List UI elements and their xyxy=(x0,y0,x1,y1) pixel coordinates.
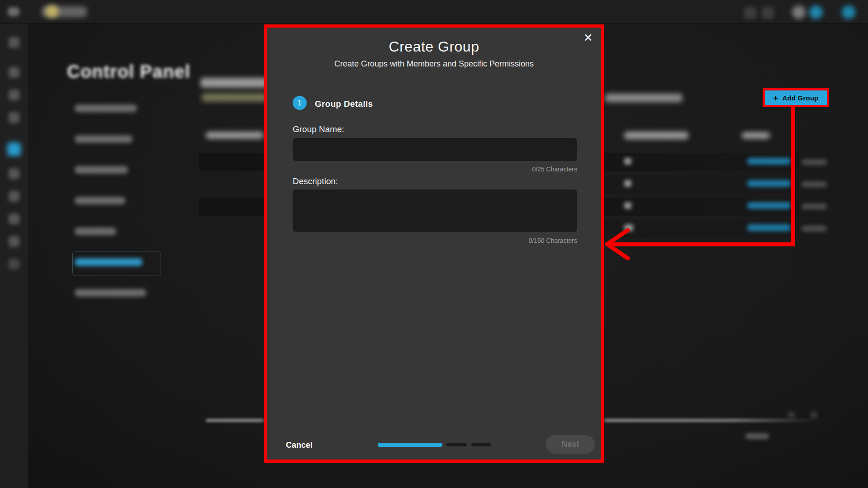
help-icon[interactable] xyxy=(792,5,806,19)
pagination-next-icon[interactable] xyxy=(811,412,817,418)
create-group-modal: ✕ Create Group Create Groups with Member… xyxy=(264,24,604,463)
table-secondary-action-blurred[interactable] xyxy=(802,204,827,209)
group-name-label: Group Name: xyxy=(293,124,344,134)
next-button[interactable]: Next xyxy=(546,435,595,454)
add-group-label: Add Group xyxy=(782,94,818,102)
user-avatar[interactable] xyxy=(842,5,855,19)
page-title: Control Panel xyxy=(67,62,190,82)
table-header-actions-blurred xyxy=(742,132,770,139)
group-name-input[interactable] xyxy=(293,138,577,161)
notifications-icon[interactable] xyxy=(809,5,823,19)
settings-menu-item-7[interactable] xyxy=(75,289,146,297)
table-secondary-action-blurred[interactable] xyxy=(802,181,827,187)
rail-icon-2[interactable] xyxy=(9,67,19,78)
member-count-value-blurred xyxy=(624,224,633,231)
step-number: 1 xyxy=(298,99,302,107)
progress-step-1-active xyxy=(378,443,442,447)
rail-icon-9[interactable] xyxy=(9,236,19,247)
table-action-link-blurred[interactable] xyxy=(747,180,791,187)
member-count-value-blurred xyxy=(624,158,631,165)
topbar-icon-2[interactable] xyxy=(762,7,774,19)
modal-title: Create Group xyxy=(267,38,601,55)
pagination-info-blurred xyxy=(745,433,769,439)
table-header-member-count-blurred xyxy=(624,132,688,139)
section-subheading-blurred xyxy=(202,93,267,102)
pagination-prev-icon[interactable] xyxy=(788,412,795,418)
rail-icon-10[interactable] xyxy=(9,259,19,270)
rail-icon-4[interactable] xyxy=(9,112,19,123)
table-secondary-action-blurred[interactable] xyxy=(802,226,827,232)
side-icon-rail xyxy=(0,24,28,488)
table-action-link-blurred[interactable] xyxy=(747,224,791,231)
table-row xyxy=(199,153,264,171)
add-group-highlight-frame: + Add Group xyxy=(763,88,829,107)
rail-icon-3[interactable] xyxy=(9,90,19,100)
plus-icon: + xyxy=(773,94,778,102)
member-count-value-blurred xyxy=(624,180,631,187)
table-row xyxy=(199,198,264,216)
rail-icon-8[interactable] xyxy=(9,213,19,224)
top-bar xyxy=(0,0,868,24)
rail-icon-6[interactable] xyxy=(9,168,19,179)
table-footer-divider xyxy=(604,419,818,422)
settings-menu-item-5[interactable] xyxy=(75,227,116,235)
hamburger-menu-icon[interactable] xyxy=(8,7,19,16)
table-action-link-blurred[interactable] xyxy=(747,202,791,209)
section-heading-blurred xyxy=(200,78,268,88)
table-header-group-name-blurred xyxy=(206,132,264,139)
table-secondary-action-blurred[interactable] xyxy=(802,159,827,165)
rail-icon-1[interactable] xyxy=(9,37,19,48)
settings-menu-item-active[interactable] xyxy=(75,258,142,266)
description-label: Description: xyxy=(293,176,338,186)
topbar-icon-1[interactable] xyxy=(744,7,756,19)
table-action-link-blurred[interactable] xyxy=(747,158,791,165)
rail-icon-7[interactable] xyxy=(9,191,19,202)
modal-subtitle: Create Groups with Members and Specific … xyxy=(267,59,601,69)
rail-icon-active[interactable] xyxy=(7,142,21,156)
member-count-value-blurred xyxy=(624,202,631,209)
progress-step-2 xyxy=(446,443,467,446)
settings-menu-item-2[interactable] xyxy=(75,135,133,143)
app-root: Control Panel xyxy=(0,0,868,488)
cancel-button[interactable]: Cancel xyxy=(286,441,313,450)
section-subheading-continuation-blurred xyxy=(605,94,683,102)
step-label: Group Details xyxy=(315,99,373,109)
progress-step-3 xyxy=(471,443,491,446)
settings-menu-item-1[interactable] xyxy=(75,104,137,112)
description-input[interactable] xyxy=(293,190,577,232)
settings-menu-item-4[interactable] xyxy=(75,197,125,204)
description-counter: 0/150 Characters xyxy=(529,237,577,244)
step-number-badge: 1 xyxy=(293,96,307,110)
table-footer-divider xyxy=(206,419,264,422)
group-name-counter: 0/25 Characters xyxy=(532,166,577,173)
add-group-button[interactable]: + Add Group xyxy=(765,90,827,105)
settings-menu-item-3[interactable] xyxy=(75,166,128,174)
app-logo-emblem xyxy=(46,5,58,18)
